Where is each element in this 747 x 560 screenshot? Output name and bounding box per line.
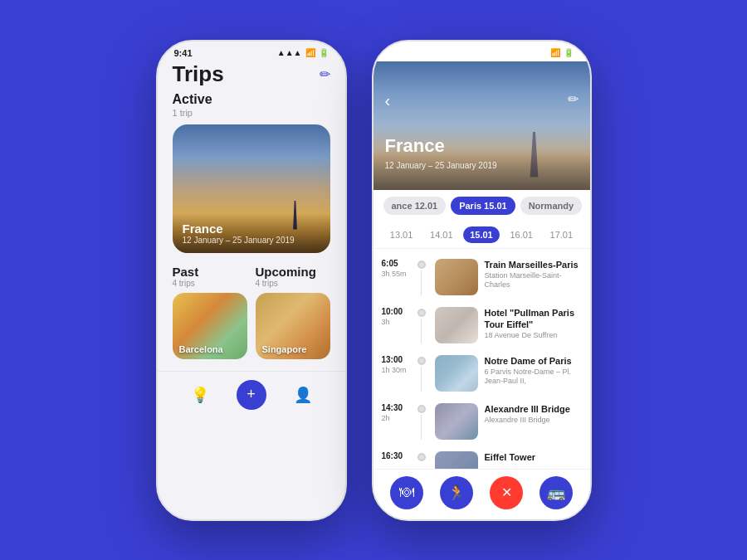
line-1 bbox=[421, 270, 422, 295]
pill-france[interactable]: ance 12.01 bbox=[383, 197, 447, 215]
trip-card-overlay: France 12 January – 25 January 2019 bbox=[173, 213, 330, 253]
icon-col-2 bbox=[415, 307, 428, 345]
item-name-hotel: Hotel "Pullman Paris Tour Eiffel" bbox=[485, 307, 582, 331]
right-phone: 9:41 ▲▲▲ 📶 🔋 ‹ ✏ France 12 January – 25 … bbox=[372, 40, 592, 521]
fab-restaurant[interactable]: 🍽 bbox=[390, 476, 423, 509]
pill-paris[interactable]: Paris 15.01 bbox=[451, 197, 515, 215]
itinerary-item-eiffel[interactable]: 16:30 Eiffel Tower bbox=[374, 446, 590, 469]
time-col-5: 16:30 bbox=[382, 451, 408, 460]
duration-4: 2h bbox=[382, 414, 408, 422]
upcoming-col: Upcoming 4 trips Singapore bbox=[256, 265, 330, 359]
nav-explore[interactable]: 💡 bbox=[185, 380, 215, 410]
icon-col-3 bbox=[415, 355, 428, 393]
signal-icon-r: ▲▲▲ bbox=[522, 48, 547, 57]
upcoming-count: 4 trips bbox=[256, 279, 330, 288]
time-col-3: 13:00 1h 30m bbox=[382, 355, 408, 374]
battery-icon: 🔋 bbox=[319, 48, 329, 57]
time-col-4: 14:30 2h bbox=[382, 403, 408, 422]
line-3 bbox=[421, 367, 422, 392]
item-addr-train: Station Marseille-Saint-Charles bbox=[485, 271, 582, 290]
time-1: 6:05 bbox=[382, 259, 408, 268]
itinerary-item-hotel[interactable]: 10:00 3h Hotel "Pullman Paris Tour Eiffe… bbox=[374, 302, 590, 350]
battery-icon-r: 🔋 bbox=[564, 48, 574, 57]
time-col-1: 6:05 3h 55m bbox=[382, 259, 408, 278]
time-4: 14:30 bbox=[382, 403, 408, 412]
time-2: 10:00 bbox=[382, 307, 408, 316]
dot-1 bbox=[417, 261, 426, 269]
item-name-bridge: Alexandre III Bridge bbox=[485, 403, 582, 415]
bottom-nav: 💡 + 👤 bbox=[158, 371, 345, 421]
line-2 bbox=[421, 319, 422, 343]
status-time-right: 9:41 bbox=[390, 48, 408, 58]
time-5: 16:30 bbox=[382, 451, 408, 460]
duration-2: 3h bbox=[382, 318, 408, 326]
time-3: 13:00 bbox=[382, 355, 408, 364]
past-label: Past bbox=[173, 265, 247, 279]
main-trip-card[interactable]: France 12 January – 25 January 2019 bbox=[173, 124, 330, 253]
status-icons-left: ▲▲▲ 📶 🔋 bbox=[277, 48, 329, 57]
hero-edit-button[interactable]: ✏ bbox=[568, 91, 579, 107]
barcelona-label: Barcelona bbox=[179, 344, 223, 354]
itinerary-list: 6:05 3h 55m Train Marseilles-Paris Stati… bbox=[374, 249, 590, 469]
item-info-train: Train Marseilles-Paris Station Marseille… bbox=[485, 259, 582, 291]
fab-activity[interactable]: 🏃 bbox=[440, 476, 473, 509]
day-tabs: 13.01 14.01 15.01 16.01 17.01 bbox=[374, 222, 590, 249]
dot-2 bbox=[417, 309, 426, 317]
item-name-train: Train Marseilles-Paris bbox=[485, 259, 582, 270]
trip-card-date: 12 January – 25 January 2019 bbox=[183, 236, 320, 245]
hero-section: ‹ ✏ France 12 January – 25 January 2019 bbox=[374, 61, 590, 190]
item-addr-bridge: Alexandre III Bridge bbox=[485, 416, 582, 426]
right-phone-inner: 9:41 ▲▲▲ 📶 🔋 ‹ ✏ France 12 January – 25 … bbox=[374, 41, 590, 519]
singapore-label: Singapore bbox=[262, 344, 307, 354]
day-tab-1701[interactable]: 17.01 bbox=[544, 226, 580, 243]
item-info-eiffel: Eiffel Tower bbox=[485, 451, 582, 463]
edit-icon[interactable]: ✏ bbox=[320, 66, 330, 82]
icon-col-1 bbox=[415, 259, 428, 297]
trips-grid: Past 4 trips Barcelona Upcoming 4 trips … bbox=[173, 265, 330, 359]
item-name-notre-dame: Notre Dame of Paris bbox=[485, 355, 582, 367]
signal-icon: ▲▲▲ bbox=[277, 48, 302, 57]
back-button[interactable]: ‹ bbox=[385, 91, 391, 110]
fab-close[interactable]: ✕ bbox=[490, 476, 523, 509]
fab-transport[interactable]: 🚌 bbox=[540, 476, 573, 509]
nav-add[interactable]: + bbox=[237, 380, 266, 410]
past-col: Past 4 trips Barcelona bbox=[173, 265, 247, 359]
time-col-2: 10:00 3h bbox=[382, 307, 408, 326]
thumb-eiffel bbox=[435, 451, 478, 469]
singapore-card[interactable]: Singapore bbox=[256, 293, 330, 359]
item-addr-hotel: 18 Avenue De Suffren bbox=[485, 331, 582, 341]
past-count: 4 trips bbox=[173, 279, 247, 288]
dot-4 bbox=[417, 405, 426, 413]
day-tab-1401[interactable]: 14.01 bbox=[423, 226, 460, 243]
thumb-train bbox=[435, 259, 478, 295]
left-phone: 9:41 ▲▲▲ 📶 🔋 Trips ✏ Active 1 trip Franc… bbox=[156, 40, 347, 521]
item-info-bridge: Alexandre III Bridge Alexandre III Bridg… bbox=[485, 403, 582, 426]
fab-area: 🍽 🏃 ✕ 🚌 bbox=[374, 469, 590, 519]
itinerary-item-bridge[interactable]: 14:30 2h Alexandre III Bridge Alexandre … bbox=[374, 398, 590, 446]
line-4 bbox=[421, 415, 422, 440]
item-info-notre-dame: Notre Dame of Paris 6 Parvis Notre-Dame … bbox=[485, 355, 582, 387]
location-pills: ance 12.01 Paris 15.01 Normandy bbox=[374, 190, 590, 222]
day-tab-1601[interactable]: 16.01 bbox=[503, 226, 540, 243]
day-tab-1301[interactable]: 13.01 bbox=[383, 226, 420, 243]
trip-card-name: France bbox=[183, 222, 320, 236]
pill-normandy[interactable]: Normandy bbox=[520, 197, 582, 215]
nav-profile[interactable]: 👤 bbox=[288, 380, 318, 410]
item-info-hotel: Hotel "Pullman Paris Tour Eiffel" 18 Ave… bbox=[485, 307, 582, 341]
left-content: Trips ✏ Active 1 trip France 12 January … bbox=[158, 61, 345, 359]
itinerary-item-train[interactable]: 6:05 3h 55m Train Marseilles-Paris Stati… bbox=[374, 254, 590, 302]
page-title: Trips bbox=[173, 61, 224, 87]
item-addr-notre-dame: 6 Parvis Notre-Dame – Pl. Jean-Paul II, bbox=[485, 368, 582, 387]
status-bar-left: 9:41 ▲▲▲ 📶 🔋 bbox=[158, 41, 345, 61]
dot-3 bbox=[417, 357, 426, 365]
barcelona-card[interactable]: Barcelona bbox=[173, 293, 247, 359]
day-tab-1501[interactable]: 15.01 bbox=[463, 226, 500, 243]
item-name-eiffel: Eiffel Tower bbox=[485, 451, 582, 463]
wifi-icon-r: 📶 bbox=[550, 48, 560, 57]
page-header: Trips ✏ bbox=[173, 61, 330, 87]
icon-col-5 bbox=[415, 451, 428, 461]
hero-date: 12 January – 25 January 2019 bbox=[385, 161, 497, 170]
active-count: 1 trip bbox=[173, 108, 330, 118]
itinerary-item-notre-dame[interactable]: 13:00 1h 30m Notre Dame of Paris 6 Parvi… bbox=[374, 350, 590, 398]
hero-title: France bbox=[385, 135, 445, 157]
